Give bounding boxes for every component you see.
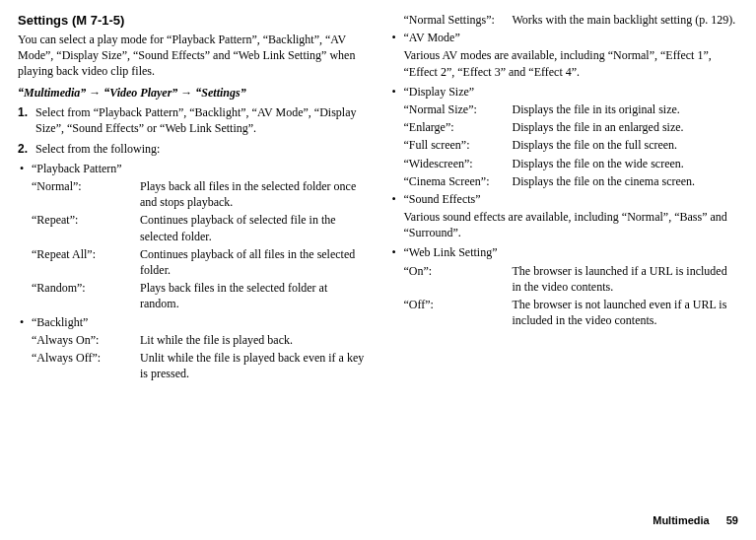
display-enlarge-val: Displays the file in an enlarged size. [513,119,739,135]
backlight-off-key: “Always Off”: [32,350,140,381]
step-1-text: Select from “Playback Pattern”, “Backlig… [35,104,367,136]
playback-pattern-title: “Playback Pattern” [32,161,367,176]
web-link-title: “Web Link Setting” [404,244,739,260]
display-size-title: “Display Size” [404,84,739,100]
display-full-row: “Full screen”: Displays the file on the … [390,137,739,153]
nav-part-2: “Video Player” [103,86,177,100]
playback-random-row: “Random”: Plays back files in the select… [18,280,367,311]
av-mode-title: “AV Mode” [404,30,739,45]
weblink-off-val: The browser is not launched even if a UR… [513,297,739,328]
backlight-off-row: “Always Off”: Unlit while the file is pl… [18,350,367,381]
bullet-playback-pattern: “Playback Pattern” [18,161,367,176]
left-column: Settings (M 7-1-5) You can select a play… [18,12,367,383]
bullet-web-link: “Web Link Setting” [390,244,739,260]
display-wide-key: “Widescreen”: [404,156,513,171]
weblink-on-val: The browser is launched if a URL is incl… [513,263,739,295]
footer-label: Multimedia [653,514,709,526]
display-full-val: Displays the file on the full screen. [513,137,739,153]
right-column: “Normal Settings”: Works with the main b… [390,12,739,383]
display-normal-row: “Normal Size”: Displays the file in its … [390,101,739,117]
step-2: 2. Select from the following: [18,141,367,157]
playback-repeat-val: Continues playback of selected file in t… [140,212,367,243]
arrow-icon: → [177,86,195,100]
playback-random-val: Plays back files in the selected folder … [140,280,367,311]
footer-page-number: 59 [726,514,738,526]
bullet-sound-effects: “Sound Effects” [390,191,739,207]
weblink-on-key: “On”: [404,263,513,295]
display-full-key: “Full screen”: [404,137,513,153]
display-enlarge-key: “Enlarge”: [404,119,513,135]
sound-effects-desc: Various sound effects are available, inc… [390,209,739,240]
backlight-on-val: Lit while the file is played back. [140,332,367,348]
sound-effects-title: “Sound Effects” [404,191,739,207]
playback-repeat-row: “Repeat”: Continues playback of selected… [18,212,367,243]
playback-random-key: “Random”: [32,280,140,311]
arrow-icon: → [86,86,103,100]
section-heading: Settings (M 7-1-5) [18,12,367,30]
nav-part-3: “Settings” [195,86,245,100]
backlight-normal-key: “Normal Settings”: [404,12,513,28]
step-1: 1. Select from “Playback Pattern”, “Back… [18,104,367,136]
weblink-on-row: “On”: The browser is launched if a URL i… [390,263,739,295]
backlight-off-val: Unlit while the file is played back even… [140,350,367,381]
backlight-on-row: “Always On”: Lit while the file is playe… [18,332,367,348]
step-2-text: Select from the following: [35,141,367,157]
bullet-av-mode: “AV Mode” [390,30,739,45]
bullet-display-size: “Display Size” [390,84,739,100]
display-normal-key: “Normal Size”: [404,101,513,117]
backlight-on-key: “Always On”: [32,332,140,348]
display-cinema-val: Displays the file on the cinema screen. [513,173,739,189]
step-2-number: 2. [18,141,35,157]
playback-normal-val: Plays back all files in the selected fol… [140,178,367,210]
nav-part-1: “Multimedia” [18,86,86,100]
weblink-off-key: “Off”: [404,297,513,328]
playback-repeatall-row: “Repeat All”: Continues playback of all … [18,246,367,278]
display-enlarge-row: “Enlarge”: Displays the file in an enlar… [390,119,739,135]
playback-repeatall-val: Continues playback of all files in the s… [140,246,367,278]
display-wide-val: Displays the file on the wide screen. [513,156,739,171]
display-cinema-row: “Cinema Screen”: Displays the file on th… [390,173,739,189]
bullet-backlight: “Backlight” [18,314,367,330]
playback-repeat-key: “Repeat”: [32,212,140,243]
page-footer: Multimedia 59 [653,513,738,528]
intro-paragraph: You can select a play mode for “Playback… [18,32,367,80]
backlight-normal-val: Works with the main backlight setting (p… [513,12,739,28]
playback-repeatall-key: “Repeat All”: [32,246,140,278]
display-cinema-key: “Cinema Screen”: [404,173,513,189]
backlight-normal-row: “Normal Settings”: Works with the main b… [390,12,739,28]
av-mode-desc: Various AV modes are available, includin… [390,47,739,79]
display-normal-val: Displays the file in its original size. [513,101,739,117]
step-1-number: 1. [18,104,35,136]
display-wide-row: “Widescreen”: Displays the file on the w… [390,156,739,171]
weblink-off-row: “Off”: The browser is not launched even … [390,297,739,328]
backlight-title: “Backlight” [32,314,367,330]
playback-normal-key: “Normal”: [32,178,140,210]
nav-path: “Multimedia”→“Video Player”→“Settings” [18,85,367,101]
playback-normal-row: “Normal”: Plays back all files in the se… [18,178,367,210]
